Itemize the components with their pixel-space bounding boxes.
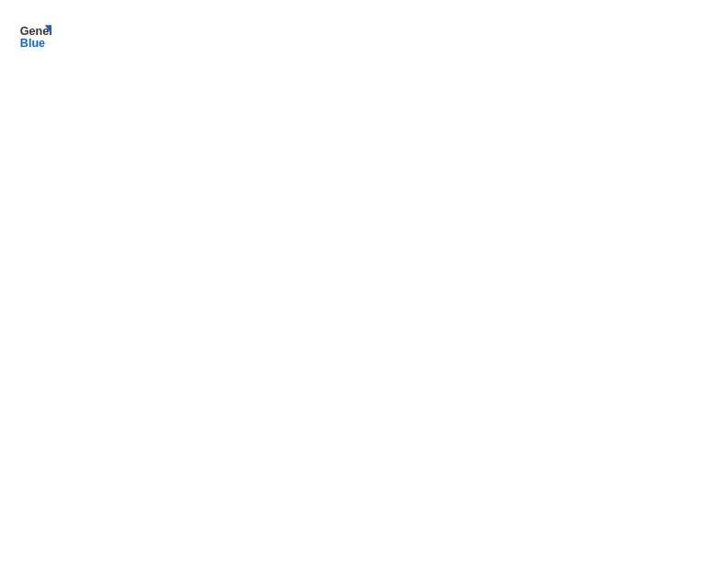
- svg-text:Blue: Blue: [20, 37, 45, 50]
- page-header: General Blue: [18, 18, 710, 52]
- logo: General Blue: [18, 18, 55, 52]
- logo-icon: General Blue: [18, 18, 51, 52]
